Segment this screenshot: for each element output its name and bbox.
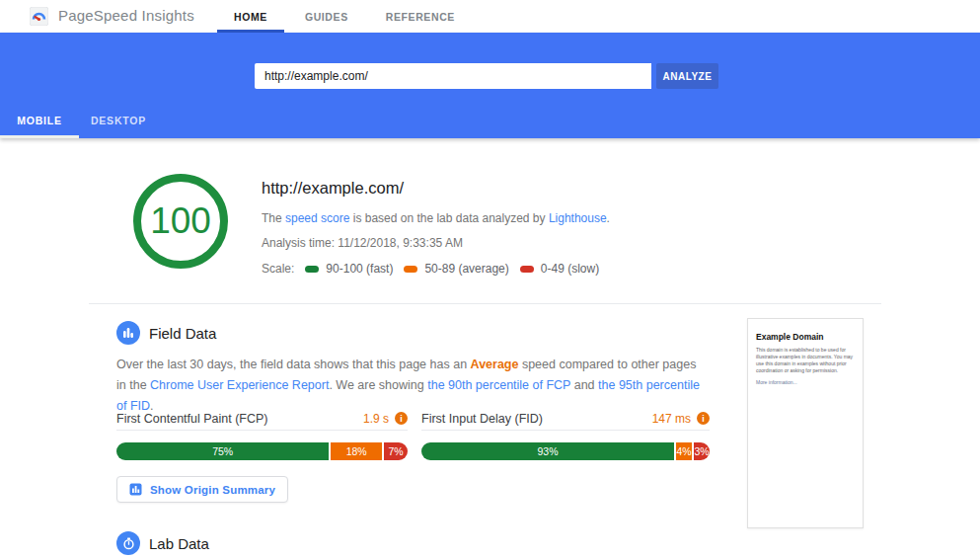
device-tab-mobile[interactable]: MOBILE	[0, 103, 79, 138]
section-divider	[89, 303, 881, 304]
field-desc-link[interactable]: the 90th percentile of FCP	[427, 378, 570, 392]
scale-pill-icon	[305, 266, 319, 273]
score-value: 100	[150, 200, 211, 242]
field-desc-text: Over the last 30 days, the field data sh…	[116, 358, 471, 371]
banner: ANALYZE MOBILEDESKTOP	[0, 33, 980, 138]
score-desc-text: .	[607, 211, 610, 225]
origin-summary-icon	[129, 483, 142, 496]
scale-items: 90-100 (fast)50-89 (average)0-49 (slow)	[294, 262, 599, 276]
bar-segment: 3%	[694, 442, 710, 460]
metric-value-wrap: 147 msi	[652, 412, 710, 426]
score-desc-text: The	[262, 211, 285, 225]
app-title: PageSpeed Insights	[58, 7, 194, 24]
field-data-header: Field Data	[116, 321, 216, 345]
field-data-chart-icon	[116, 321, 140, 345]
scale-label: Scale:	[262, 262, 294, 276]
field-data-title: Field Data	[149, 325, 216, 342]
scale-item-label: 0-49 (slow)	[541, 262, 599, 276]
distribution-bar: 75%18%7%	[116, 442, 408, 460]
pagespeed-insights-page: PageSpeed Insights HOMEGUIDESREFERENCE A…	[0, 0, 980, 558]
url-input[interactable]	[255, 63, 651, 89]
nav-tab-reference[interactable]: REFERENCE	[367, 0, 474, 33]
scale-pill-icon	[520, 266, 534, 273]
scale-item-0: 90-100 (fast)	[305, 262, 393, 276]
preview-heading: Example Domain	[756, 332, 855, 342]
device-tabs: MOBILEDESKTOP	[0, 103, 158, 138]
metric-header: First Input Delay (FID)147 msi	[421, 407, 710, 431]
preview-body-text: This domain is established to be used fo…	[756, 347, 855, 374]
score-description: The speed score is based on the lab data…	[262, 211, 610, 225]
bar-segment: 75%	[116, 442, 329, 460]
lab-data-header: Lab Data	[116, 531, 209, 555]
bar-segment: 93%	[421, 442, 674, 460]
nav-tab-guides[interactable]: GUIDES	[286, 0, 367, 33]
scale-legend: Scale: 90-100 (fast)50-89 (average)0-49 …	[262, 262, 610, 276]
metric-label: First Contentful Paint (FCP)	[116, 412, 268, 426]
bar-segment: 4%	[676, 442, 692, 460]
metric-0: First Contentful Paint (FCP)1.9 si75%18%…	[116, 407, 408, 460]
analysis-time: Analysis time: 11/12/2018, 9:33:35 AM	[262, 236, 610, 250]
lab-data-stopwatch-icon	[116, 531, 140, 555]
scale-pill-icon	[404, 266, 417, 273]
device-tab-desktop[interactable]: DESKTOP	[79, 103, 158, 138]
analyze-button[interactable]: ANALYZE	[656, 63, 718, 89]
preview-more-info-link: More information...	[756, 379, 855, 385]
field-desc-text: Average	[471, 358, 519, 371]
metric-info-icon[interactable]: i	[395, 412, 408, 425]
scale-item-label: 50-89 (average)	[424, 262, 508, 276]
score-desc-text: is based on the lab data analyzed by	[349, 211, 548, 225]
scale-item-2: 0-49 (slow)	[520, 262, 599, 276]
distribution-bar: 93%4%3%	[421, 442, 710, 460]
field-desc-link[interactable]: Chrome User Experience Report	[150, 378, 329, 392]
score-circle: 100	[133, 174, 228, 269]
scale-item-label: 90-100 (fast)	[326, 262, 393, 276]
show-origin-summary-button[interactable]: Show Origin Summary	[116, 476, 288, 503]
metric-value: 1.9 s	[363, 412, 389, 426]
metric-value: 147 ms	[652, 412, 691, 426]
bar-segment: 7%	[384, 442, 408, 460]
field-data-metrics: First Contentful Paint (FCP)1.9 si75%18%…	[116, 407, 710, 460]
metric-1: First Input Delay (FID)147 msi93%4%3%	[421, 407, 710, 460]
score-desc-link[interactable]: speed score	[285, 211, 349, 225]
metric-label: First Input Delay (FID)	[421, 412, 543, 426]
top-nav: HOMEGUIDESREFERENCE	[215, 0, 474, 33]
field-desc-text: . We are showing	[329, 378, 427, 392]
metric-info-icon[interactable]: i	[697, 412, 710, 425]
analyzed-url: http://example.com/	[262, 179, 610, 198]
page-preview-thumbnail: Example Domain This domain is establishe…	[747, 318, 864, 528]
field-desc-text: and	[570, 378, 598, 392]
origin-summary-label: Show Origin Summary	[150, 484, 275, 496]
bar-segment: 18%	[331, 442, 382, 460]
score-info: http://example.com/ The speed score is b…	[262, 179, 610, 276]
lab-data-title: Lab Data	[149, 535, 209, 552]
scale-item-1: 50-89 (average)	[404, 262, 508, 276]
url-search-row: ANALYZE	[255, 63, 718, 89]
top-header: PageSpeed Insights HOMEGUIDESREFERENCE	[0, 0, 980, 33]
pagespeed-logo-icon	[30, 7, 48, 26]
nav-tab-home[interactable]: HOME	[215, 0, 286, 33]
score-desc-link[interactable]: Lighthouse	[549, 211, 607, 225]
metric-value-wrap: 1.9 si	[363, 412, 408, 426]
metric-header: First Contentful Paint (FCP)1.9 si	[116, 407, 408, 431]
